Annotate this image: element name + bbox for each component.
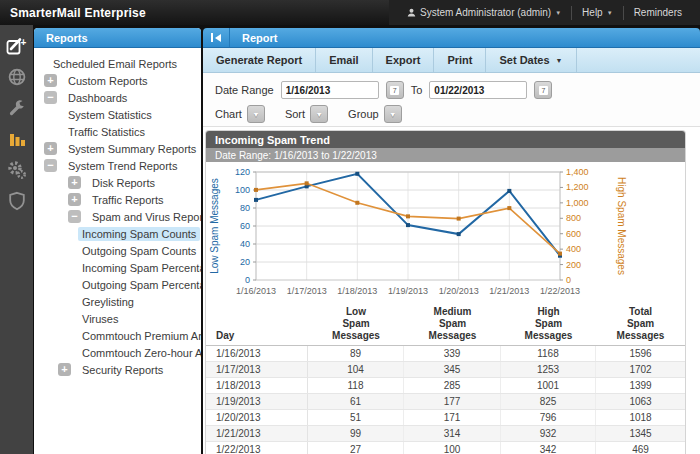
sidebar-item-viruses[interactable]: Viruses [34,310,201,327]
sidebar-item-commtouch-zero-hour-antivirus[interactable]: Commtouch Zero-hour Antivirus [34,344,201,361]
chart-dropdown-label: Chart [215,108,242,120]
wrench-icon[interactable] [5,97,29,119]
icon-rail: + [0,25,33,454]
value-cell: 99 [308,426,404,441]
sidebar-item-dashboards[interactable]: −Dashboards [34,89,201,106]
group-dropdown-button[interactable]: ▼ [384,105,402,123]
value-cell: 171 [404,410,501,425]
sidebar-item-commtouch-premium-antispam[interactable]: Commtouch Premium Antispam [34,327,201,344]
shield-icon[interactable] [5,190,29,212]
gears-icon[interactable] [5,159,29,181]
set-dates-button[interactable]: Set Dates▼ [486,48,576,72]
sidebar-item-label: Commtouch Premium Antispam [78,329,201,343]
filters-panel: Date Range 7 To 7 Chart▼Sort▼Group▼ [203,73,700,127]
sidebar-item-label: Custom Reports [64,74,151,88]
toolbar-button-label: Print [447,54,472,66]
sidebar-item-greylisting[interactable]: Greylisting [34,293,201,310]
expand-icon[interactable]: + [58,363,71,376]
day-cell: 1/20/2013 [206,410,308,425]
value-cell: 285 [404,378,501,393]
sidebar-item-system-summary-reports[interactable]: +System Summary Reports [34,140,201,157]
user-menu[interactable]: System Administrator (admin) ▼ [397,0,571,25]
group-dropdown: Group▼ [348,105,402,123]
top-bar-right: System Administrator (admin) ▼ Help ▼ Re… [389,0,700,25]
table-row[interactable]: 1/18/201311828510011399 [206,378,685,394]
bar-chart-icon[interactable] [5,128,29,150]
trend-chart-svg: 02040608010012002004006008001,0001,2001,… [206,162,685,302]
sidebar-item-custom-reports[interactable]: +Custom Reports [34,72,201,89]
export-button[interactable]: Export [373,48,435,72]
table-row[interactable]: 1/17/201310434512531702 [206,362,685,378]
table-row[interactable]: 1/21/2013993149321345 [206,426,685,442]
sort-dropdown-label: Sort [285,108,305,120]
day-cell: 1/18/2013 [206,378,308,393]
collapse-icon[interactable]: − [68,210,81,223]
date-to-label: To [411,84,423,96]
sidebar-item-traffic-reports[interactable]: +Traffic Reports [34,191,201,208]
calendar-icon[interactable]: 7 [386,81,404,99]
expand-icon[interactable]: + [44,142,57,155]
sidebar-item-scheduled-email-reports[interactable]: Scheduled Email Reports [34,55,201,72]
sidebar-item-incoming-spam-percentages[interactable]: Incoming Spam Percentages [34,259,201,276]
collapse-sidebar-icon[interactable] [203,28,229,47]
sort-dropdown-button[interactable]: ▼ [310,105,328,123]
smartermail-window: SmarterMail Enterprise System Administra… [0,0,700,454]
globe-icon[interactable] [5,66,29,88]
sidebar-item-label: Security Reports [78,363,167,377]
value-cell: 100 [404,442,501,454]
svg-text:200: 200 [566,260,581,270]
sidebar-item-system-trend-reports[interactable]: −System Trend Reports [34,157,201,174]
sidebar-item-label: System Summary Reports [64,142,200,156]
table-row[interactable]: 1/22/201327100342469 [206,442,685,454]
collapse-icon[interactable]: − [44,91,57,104]
compose-icon[interactable]: + [5,35,29,57]
generate-report-button[interactable]: Generate Report [203,48,316,72]
date-to-input[interactable] [429,81,527,99]
print-button[interactable]: Print [434,48,486,72]
report-title: Report [242,32,277,44]
expand-icon[interactable]: + [68,176,81,189]
svg-text:1/18/2013: 1/18/2013 [337,286,377,296]
svg-text:0: 0 [566,275,571,285]
value-cell: 345 [404,362,501,377]
day-cell: 1/22/2013 [206,442,308,454]
value-cell: 89 [308,346,404,361]
value-cell: 118 [308,378,404,393]
sidebar-item-traffic-statistics[interactable]: Traffic Statistics [34,123,201,140]
value-cell: 1168 [501,346,596,361]
sidebar-item-label: Greylisting [78,295,138,309]
table-row[interactable]: 1/20/2013511717961018 [206,410,685,426]
trend-chart: 02040608010012002004006008001,0001,2001,… [206,162,685,306]
help-menu[interactable]: Help ▼ [572,0,623,25]
user-menu-label: System Administrator (admin) [420,7,551,18]
date-from-input[interactable] [281,81,379,99]
value-cell: 1399 [596,378,685,393]
expand-icon[interactable]: + [68,193,81,206]
sidebar-header: Reports [34,28,201,48]
chart-dropdown-button[interactable]: ▼ [247,105,265,123]
email-button[interactable]: Email [316,48,372,72]
sidebar-item-disk-reports[interactable]: +Disk Reports [34,174,201,191]
sidebar-item-outgoing-spam-percentages[interactable]: Outgoing Spam Percentages [34,276,201,293]
sidebar-item-spam-and-virus-reports[interactable]: −Spam and Virus Reports [34,208,201,225]
sidebar-item-system-statistics[interactable]: System Statistics [34,106,201,123]
table-row[interactable]: 1/19/2013611778251063 [206,394,685,410]
sidebar-item-security-reports[interactable]: +Security Reports [34,361,201,378]
table-row[interactable]: 1/16/20138933911681596 [206,346,685,362]
reminders-button[interactable]: Reminders [624,0,692,25]
sidebar-item-incoming-spam-counts[interactable]: Incoming Spam Counts [34,225,201,242]
collapse-icon[interactable]: − [44,159,57,172]
svg-text:1,000: 1,000 [566,198,589,208]
expand-icon[interactable]: + [44,74,57,87]
calendar-icon[interactable]: 7 [534,81,552,99]
group-dropdown-label: Group [348,108,379,120]
value-cell: 1018 [596,410,685,425]
column-header-total: TotalSpamMessages [596,306,685,342]
sidebar-item-label: Outgoing Spam Counts [78,244,200,258]
report-toolbar: Generate ReportEmailExportPrintSet Dates… [203,48,700,73]
svg-text:1/17/2013: 1/17/2013 [287,286,327,296]
sidebar-item-outgoing-spam-counts[interactable]: Outgoing Spam Counts [34,242,201,259]
chart-subtitle-bar: Date Range: 1/16/2013 to 1/22/2013 [206,148,685,162]
value-cell: 104 [308,362,404,377]
report-content: Date Range 7 To 7 Chart▼Sort▼Group▼ Inco… [203,73,700,454]
